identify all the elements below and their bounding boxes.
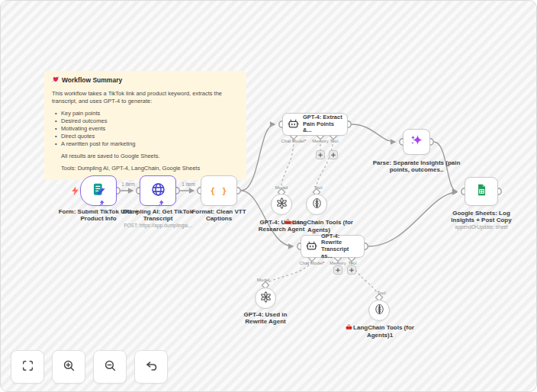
- port-label-tool: Tool: [314, 185, 322, 190]
- node-rewrite-model[interactable]: [255, 288, 276, 309]
- add-memory-button[interactable]: [334, 266, 342, 275]
- undo-icon: [145, 359, 158, 375]
- port-label-memory: Memory: [312, 139, 329, 143]
- node-label-langchain-tools: LangChain Tools (for Agents): [284, 219, 354, 233]
- connection-extract-chatmodel: [281, 140, 294, 188]
- workflow-canvas[interactable]: Workflow Summary This workflow takes a T…: [0, 0, 537, 392]
- node-gpt4-rewrite[interactable]: GPT-4: Rewrite Transcript as...: [301, 235, 365, 258]
- canvas-toolbar: [11, 350, 168, 384]
- port-label-tool: Tool: [330, 139, 338, 143]
- node-dumpling[interactable]: [140, 175, 176, 206]
- trigger-lightning-icon: [71, 185, 79, 199]
- connection-extract-tool: [317, 140, 333, 188]
- sparkles-icon: [409, 133, 424, 151]
- port-label-tool: Tool: [348, 261, 356, 265]
- port-label-model: Model: [275, 185, 288, 190]
- openai-icon: [275, 197, 288, 213]
- node-label-parse: Parse: Separate Insights (pain points, o…: [370, 159, 463, 173]
- openai-icon: [259, 291, 272, 307]
- port-label-model: Model: [257, 278, 269, 282]
- port-label-tool: Tool: [377, 291, 385, 295]
- brain-icon: [311, 198, 323, 212]
- add-tool-button[interactable]: [330, 151, 338, 159]
- google-sheets-icon: [474, 183, 488, 200]
- node-label-rewrite: GPT-4: Rewrite Transcript as...: [321, 233, 360, 260]
- node-google-sheets[interactable]: [465, 177, 498, 206]
- add-memory-button[interactable]: [317, 151, 325, 159]
- fit-view-icon: [21, 359, 34, 375]
- node-label-extract: GPT-4: Extract Pain Points &...: [303, 114, 343, 134]
- port-label-chat-model: Chat Model*: [281, 139, 306, 143]
- fit-view-button[interactable]: [11, 350, 44, 384]
- connection-extract-to-parse: [352, 124, 395, 142]
- node-label-langchain-tools-1: LangChain Tools (for Agents)1: [345, 324, 415, 339]
- node-subtitle-sheets: appendOrUpdate: sheet: [442, 224, 521, 230]
- port-label-chat-model: Chat Model*: [299, 261, 324, 265]
- toolbox-icon: [285, 219, 291, 227]
- node-langchain-tools-1[interactable]: [368, 300, 390, 321]
- zoom-out-icon: [104, 359, 117, 375]
- add-tool-button[interactable]: [348, 266, 356, 275]
- node-parse[interactable]: [403, 129, 430, 155]
- node-form-trigger[interactable]: [80, 175, 117, 206]
- connection-format-to-extract: [241, 124, 275, 191]
- zoom-in-icon: [63, 359, 76, 375]
- node-label-sheets: Google Sheets: Log Insights + Post Copy …: [442, 210, 521, 230]
- code-braces-icon: { }: [211, 186, 228, 196]
- node-label-rewrite-model: GPT-4: Used in Rewrite Agent: [237, 311, 294, 325]
- edge-count-label: 1 item: [121, 182, 135, 187]
- edge-count-label: 1 item: [182, 182, 195, 187]
- toolbox-icon: [346, 324, 352, 332]
- robot-icon: [287, 117, 300, 133]
- node-label-format: Format: Clean VTT Captions: [185, 208, 253, 222]
- node-gpt4-extract[interactable]: GPT-4: Extract Pain Points &...: [282, 113, 348, 136]
- node-subtitle-dumpling: POST: https://app.dumplingai...: [116, 223, 200, 228]
- zoom-in-button[interactable]: [52, 350, 85, 384]
- undo-button[interactable]: [134, 350, 168, 384]
- robot-icon: [305, 239, 318, 255]
- port-label-memory: Memory: [330, 261, 346, 265]
- brain-icon: [374, 304, 385, 318]
- node-research-model[interactable]: [271, 194, 292, 215]
- node-format[interactable]: { }: [201, 175, 237, 206]
- zoom-out-button[interactable]: [93, 350, 127, 384]
- node-langchain-tools[interactable]: [306, 194, 327, 215]
